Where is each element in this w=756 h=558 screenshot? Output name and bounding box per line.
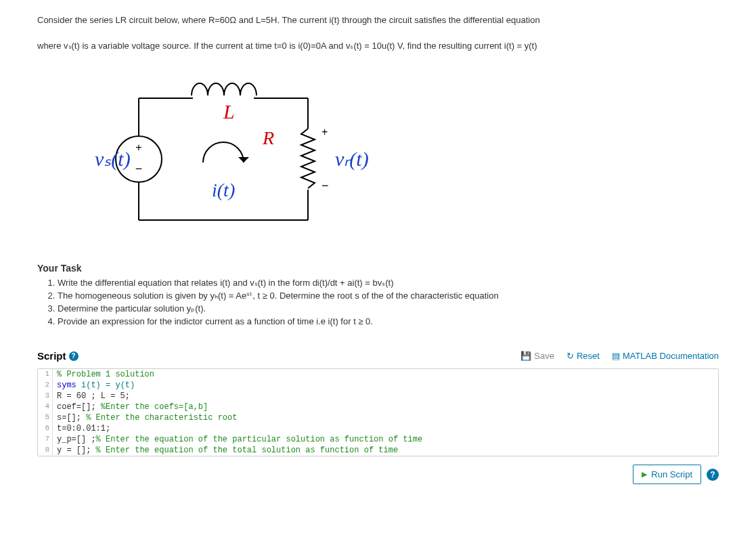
docs-label: MATLAB Documentation — [623, 351, 719, 361]
r-label: R — [262, 127, 274, 148]
l-label: L — [223, 100, 235, 123]
script-toolbar: 💾 Save ↻ Reset ▤ MATLAB Documentation — [520, 351, 719, 361]
run-label: Run Script — [651, 469, 692, 479]
svg-marker-8 — [238, 157, 249, 163]
vr-label: vᵣ(t) — [335, 148, 369, 171]
vs-plus: + — [135, 142, 141, 153]
save-label: Save — [534, 351, 554, 361]
task-item: Write the differential equation that rel… — [58, 278, 719, 288]
save-icon: 💾 — [520, 351, 531, 361]
save-button[interactable]: 💾 Save — [520, 351, 554, 361]
task-header: Your Task — [37, 263, 719, 274]
reset-button[interactable]: ↻ Reset — [566, 351, 600, 361]
vs-label: vₛ(t) — [95, 148, 131, 171]
task-item: The homogeneous solution is given by yₕ(… — [58, 291, 719, 301]
vs-minus: − — [135, 162, 143, 175]
task-item: Provide an expression for the indictor c… — [58, 316, 719, 326]
run-script-button[interactable]: ▶ Run Script — [633, 465, 701, 484]
help-icon[interactable]: ? — [707, 469, 719, 481]
task-list: Write the differential equation that rel… — [58, 278, 719, 326]
help-icon[interactable]: ? — [69, 351, 79, 361]
vr-minus: − — [321, 179, 329, 192]
code-editor[interactable]: 1% Problem 1 solution 2syms i(t) = y(t) … — [37, 368, 719, 456]
script-title: Script — [37, 350, 66, 362]
docs-link[interactable]: ▤ MATLAB Documentation — [612, 351, 719, 361]
book-icon: ▤ — [612, 351, 620, 361]
reset-icon: ↻ — [566, 351, 574, 361]
problem-condition: where vₛ(t) is a variable voltage source… — [37, 39, 719, 53]
vr-plus: + — [321, 126, 328, 137]
problem-intro: Consider the series LR circuit below, wh… — [37, 14, 719, 27]
circuit-diagram: + − vₛ(t) L R i(t) vᵣ(t) + − — [37, 64, 719, 249]
play-icon: ▶ — [642, 470, 647, 479]
task-item: Determine the particular solution yₚ(t). — [58, 303, 719, 314]
it-label: i(t) — [212, 179, 235, 200]
reset-label: Reset — [577, 351, 600, 361]
